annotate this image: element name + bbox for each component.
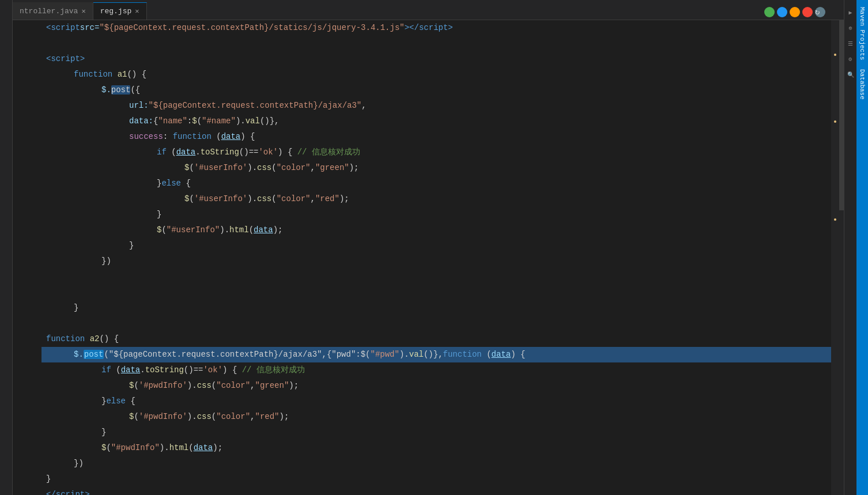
gutter-icon [1, 467, 12, 482]
code-line-highlighted: $.post("${pageContext.request.contextPat… [41, 347, 831, 362]
gutter-icon [1, 405, 12, 420]
scroll-markers [831, 20, 839, 495]
line-num [13, 114, 37, 129]
line-num [13, 67, 37, 82]
line-num [13, 425, 37, 440]
code-line: url:"${pageContext.request.contextPath}/… [41, 98, 831, 114]
gutter-icon [1, 78, 12, 93]
line-num [13, 222, 37, 238]
tab-reg-jsp[interactable]: reg.jsp ✕ [93, 2, 147, 20]
gutter-icon [1, 436, 12, 451]
line-numbers [13, 20, 41, 495]
gutter-icon [1, 0, 12, 16]
editor-container: ntroller.java ✕ reg.jsp ✕ ↻ [13, 0, 844, 495]
gutter-icon [1, 16, 12, 31]
gutter-icon [1, 171, 12, 187]
code-line: $.post({ [41, 82, 831, 98]
code-line: }) [41, 254, 831, 269]
line-num [13, 394, 37, 409]
tab-close-icon[interactable]: ✕ [135, 7, 139, 16]
browser-icon-refresh[interactable]: ↻ [815, 7, 825, 17]
code-line: $('#pwdInfo').css("color","green"); [41, 378, 831, 394]
code-content[interactable]: <script src="${pageContext.request.conte… [41, 20, 831, 495]
line-num [13, 129, 37, 145]
gutter-icon [1, 342, 12, 358]
gutter-icon [1, 420, 12, 436]
browser-icon-firefox[interactable] [777, 7, 787, 17]
scroll-marker [834, 120, 836, 123]
line-num [13, 471, 37, 487]
sidebar-icon[interactable]: ⊕ [844, 20, 857, 36]
gutter-icon [1, 233, 12, 249]
gutter-icon [1, 218, 12, 233]
sidebar-icon[interactable]: 🔍 [844, 67, 857, 82]
line-num [13, 300, 37, 316]
gutter-icon [1, 187, 12, 202]
line-num [13, 51, 37, 67]
code-line: <script src="${pageContext.request.conte… [41, 20, 831, 36]
code-line: } [41, 238, 831, 254]
line-num [13, 456, 37, 471]
browser-icon-safari[interactable] [790, 7, 800, 17]
gutter-icon [1, 358, 12, 373]
browser-icon-opera[interactable] [802, 7, 813, 17]
gutter-icon [1, 156, 12, 171]
gutter-icon [1, 389, 12, 405]
sidebar-icon[interactable]: ☰ [844, 36, 857, 51]
tab-controller-java[interactable]: ntroller.java ✕ [13, 2, 93, 20]
line-num [13, 20, 37, 36]
minimap-thumb[interactable] [839, 20, 844, 210]
gutter-icon [1, 124, 12, 140]
gutter-icon [1, 327, 12, 342]
scroll-marker [834, 218, 836, 221]
code-line: } [41, 471, 831, 487]
tab-close-icon[interactable]: ✕ [81, 7, 85, 16]
line-num [13, 145, 37, 160]
line-num [13, 316, 37, 331]
gutter-icon [1, 62, 12, 78]
code-line: }else { [41, 176, 831, 191]
gutter-icon [1, 109, 12, 124]
code-line [41, 316, 831, 331]
line-num [13, 176, 37, 191]
line-num [13, 160, 37, 176]
line-num [13, 331, 37, 347]
line-num [13, 98, 37, 114]
code-line: data:{"name":$("#name").val()}, [41, 114, 831, 129]
code-line: success: function (data) { [41, 129, 831, 145]
line-num [13, 254, 37, 269]
code-line-function-a2: function a2() { [41, 331, 831, 347]
code-line: $('#userInfo').css("color","green"); [41, 160, 831, 176]
code-line: } [41, 207, 831, 222]
sidebar-icon[interactable]: ▶ [844, 5, 857, 20]
database-label[interactable]: Database [859, 65, 866, 104]
gutter-icon [1, 140, 12, 156]
maven-projects-label[interactable]: Maven Projects [859, 2, 866, 65]
code-line: $('#userInfo').css("color","red"); [41, 191, 831, 207]
code-line: if (data.toString()=='ok') { // 信息核对成功 [41, 145, 831, 160]
code-line: $('#pwdInfo').css("color","red"); [41, 409, 831, 425]
browser-icon-chrome[interactable] [764, 7, 775, 17]
code-line: if (data.toString()=='ok') { // 信息核对成功 [41, 362, 831, 378]
sidebar-icon[interactable]: ⚙ [844, 51, 857, 67]
line-num [13, 409, 37, 425]
line-num [13, 362, 37, 378]
code-line [41, 285, 831, 300]
line-num [13, 36, 37, 51]
far-right-panel: Maven Projects Database [856, 0, 868, 495]
line-num [13, 378, 37, 394]
minimap-scrollbar[interactable] [839, 20, 844, 495]
line-num [13, 269, 37, 285]
tab-label: ntroller.java [20, 7, 78, 16]
right-sidebar: ▶ ⊕ ☰ ⚙ 🔍 [844, 0, 856, 495]
line-num [13, 285, 37, 300]
line-num [13, 238, 37, 254]
gutter-icon [1, 373, 12, 389]
line-num [13, 191, 37, 207]
gutter-icon [1, 280, 12, 296]
code-line [41, 36, 831, 51]
code-line-function-a1: function a1() { [41, 67, 831, 82]
scroll-marker [834, 54, 836, 56]
code-area: <script src="${pageContext.request.conte… [13, 20, 844, 495]
tab-bar: ntroller.java ✕ reg.jsp ✕ ↻ [13, 0, 844, 20]
